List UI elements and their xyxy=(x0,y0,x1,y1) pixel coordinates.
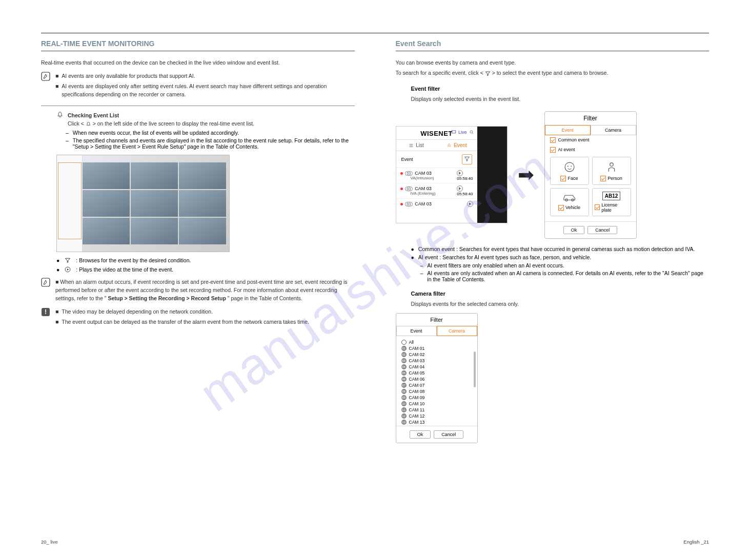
svg-rect-5 xyxy=(452,131,456,133)
filter-title: Filter xyxy=(545,112,636,125)
filter-desc: : Browses for the event by the desired c… xyxy=(76,257,191,263)
check-event-post: > on the left side of the live screen to… xyxy=(93,120,254,127)
evt-cam: CAM 03 xyxy=(415,171,432,176)
evt-cam: CAM 03 xyxy=(415,201,432,206)
camera-list-item[interactable]: 13CAM 13 xyxy=(401,419,472,425)
camera-label: CAM 06 xyxy=(409,377,425,382)
tab-list[interactable]: List xyxy=(396,140,437,151)
svg-point-6 xyxy=(470,131,472,133)
event-filter-heading: Event filter xyxy=(411,86,710,92)
camera-list-item[interactable]: 04CAM 04 xyxy=(401,364,472,370)
record-dot-icon xyxy=(400,188,403,190)
camera-label: CAM 08 xyxy=(409,389,425,394)
camera-list-item[interactable]: 03CAM 03 xyxy=(401,358,472,364)
radio-all[interactable] xyxy=(401,340,407,345)
checkbox-license[interactable] xyxy=(595,204,600,210)
filter2-tab-camera[interactable]: Camera xyxy=(437,326,477,336)
bell-small-icon xyxy=(447,143,452,148)
check-event-heading: Checking Event List xyxy=(68,112,119,118)
svg-point-14 xyxy=(610,163,613,167)
note-item-2: AI events are displayed only after setti… xyxy=(62,82,354,99)
cancel-button[interactable]: Cancel xyxy=(587,226,617,234)
checkbox-person[interactable] xyxy=(600,176,606,181)
checkbox-vehicle[interactable] xyxy=(558,205,564,211)
camera-list-item[interactable]: 12CAM 12 xyxy=(401,413,472,419)
left-sub-rule xyxy=(41,106,355,106)
play-button[interactable] xyxy=(467,201,473,207)
dash: – xyxy=(66,137,69,150)
ai-face-cell[interactable]: Face xyxy=(550,157,589,185)
cancel-button-2[interactable]: Cancel xyxy=(434,430,463,439)
filter-tab-event[interactable]: Event xyxy=(545,125,591,135)
list-icon xyxy=(409,143,414,148)
camera-list-item[interactable]: 09CAM 09 xyxy=(401,395,472,401)
ok-button[interactable]: Ok xyxy=(563,226,585,234)
camera-number-badge: 04 xyxy=(401,364,407,369)
checkbox-ai-event[interactable] xyxy=(550,147,556,153)
filter-camera-card: Filter Event Camera All 01CAM 0102CAM 02… xyxy=(396,313,478,443)
dash: – xyxy=(420,262,423,268)
ai-license-cell[interactable]: AB12 License plate xyxy=(592,188,631,216)
camera-list-item[interactable]: 10CAM 10 xyxy=(401,401,472,407)
evt-sub: IVA (Entering) xyxy=(411,191,436,196)
funnel-button-highlight[interactable] xyxy=(462,154,472,164)
camera-list-item[interactable]: 02CAM 02 xyxy=(401,351,472,358)
camera-list-item[interactable]: 06CAM 06 xyxy=(401,376,472,382)
funnel-icon xyxy=(65,257,71,263)
camera-number-badge: 03 xyxy=(401,358,407,363)
event-row[interactable]: 03CAM 03 xyxy=(396,198,477,209)
checkbox-face[interactable] xyxy=(560,176,566,181)
camera-list-item[interactable]: 11CAM 11 xyxy=(401,407,472,413)
person-label: Person xyxy=(607,176,622,181)
ai-vehicle-cell[interactable]: Vehicle xyxy=(550,188,589,216)
note2-bold: Setup > Setting the Recording > Record S… xyxy=(108,295,226,301)
event-row[interactable]: 03CAM 03 VA(Intrusion) 05:58:40 xyxy=(396,168,477,183)
right-intro2-pre: To search for a specific event, click < xyxy=(396,70,483,76)
right-title-rule xyxy=(396,51,710,51)
svg-rect-2 xyxy=(42,278,50,286)
svg-point-11 xyxy=(565,162,574,172)
camera-list-item[interactable]: 07CAM 07 xyxy=(401,382,472,388)
event-phone-screenshot: Live WISENET List Event Event 03CAM 03 V… xyxy=(396,126,508,223)
tab-event[interactable]: Event xyxy=(437,140,477,151)
warning-icon: ! xyxy=(41,307,50,317)
filter2-tab-event[interactable]: Event xyxy=(396,326,437,336)
face-icon xyxy=(563,160,576,174)
filter-tab-camera[interactable]: Camera xyxy=(591,125,636,135)
camera-number-badge: 07 xyxy=(401,383,407,388)
note-icon xyxy=(41,72,50,81)
camera-list-item[interactable]: 01CAM 01 xyxy=(401,345,472,351)
camera-list-item[interactable]: 05CAM 05 xyxy=(401,370,472,376)
ok-button-2[interactable]: Ok xyxy=(410,430,431,439)
camera-filter-desc: Displays events for the selected camera … xyxy=(411,300,710,308)
right-intro2-post: > to select the event type and camera to… xyxy=(492,70,609,76)
svg-text:!: ! xyxy=(45,308,47,316)
camera-label: CAM 09 xyxy=(409,395,425,400)
bullet: ● xyxy=(56,266,59,273)
record-dot-icon xyxy=(400,172,403,175)
bullet: ■ xyxy=(55,279,60,285)
checkbox-common-event[interactable] xyxy=(550,137,556,143)
dash: – xyxy=(66,130,69,136)
event-row[interactable]: 03CAM 03 IVA (Entering) 05:58:40 xyxy=(396,183,477,198)
scrollbar[interactable] xyxy=(474,351,476,387)
record-dot-icon xyxy=(400,203,403,205)
license-label: License plate xyxy=(601,202,628,213)
play-circle-icon xyxy=(65,266,71,273)
event-header-label: Event xyxy=(401,157,413,162)
vehicle-icon xyxy=(562,192,577,203)
camera-label: CAM 12 xyxy=(409,413,425,419)
camera-list-item[interactable]: 14CAM 14 xyxy=(401,425,472,426)
ai-note2: AI events are only activated when an AI … xyxy=(427,270,709,282)
filter2-title: Filter xyxy=(396,314,477,326)
play-button[interactable] xyxy=(457,185,463,192)
play-button[interactable] xyxy=(457,170,463,176)
camera-number-badge: 10 xyxy=(401,401,407,406)
inline-funnel-icon xyxy=(485,71,491,76)
camera-list-item[interactable]: 08CAM 08 xyxy=(401,388,472,395)
ai-person-cell[interactable]: Person xyxy=(592,157,631,185)
all-label: All xyxy=(409,340,414,345)
bullet: ● xyxy=(56,257,59,263)
right-section-title: Event Search xyxy=(396,39,710,48)
left-title-rule xyxy=(41,51,355,51)
